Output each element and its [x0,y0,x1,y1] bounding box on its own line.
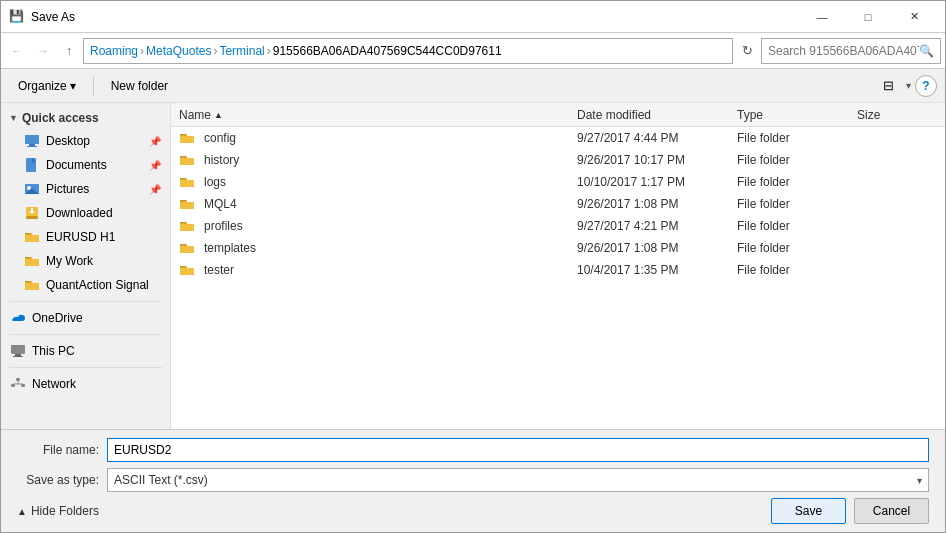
select-arrow: ▾ [917,475,922,486]
file-name-input[interactable] [107,438,929,462]
file-name-row: File name: [17,438,929,462]
table-row[interactable]: MQL4 9/26/2017 1:08 PM File folder [171,193,945,215]
sidebar-item-thispc[interactable]: This PC [1,339,170,363]
maximize-button[interactable]: □ [845,1,891,33]
refresh-button[interactable]: ↻ [735,38,759,64]
breadcrumb-roaming[interactable]: Roaming [90,44,138,58]
view-arrow: ▾ [906,80,911,91]
folder-icon [179,196,195,212]
breadcrumb-terminal[interactable]: Terminal [219,44,264,58]
new-folder-button[interactable]: New folder [102,73,177,99]
window-controls: — □ ✕ [799,1,937,33]
file-row-name: history [179,152,577,168]
column-size[interactable]: Size [857,108,937,122]
table-row[interactable]: logs 10/10/2017 1:17 PM File folder [171,171,945,193]
breadcrumb[interactable]: Roaming › MetaQuotes › Terminal › 915566… [83,38,733,64]
hide-folders-button[interactable]: ▲ Hide Folders [17,504,99,518]
view-button[interactable]: ⊟ [874,73,902,99]
sidebar-item-onedrive[interactable]: OneDrive [1,306,170,330]
save-as-dialog: 💾 Save As — □ ✕ ← → ↑ Roaming › MetaQuot… [0,0,946,533]
downloaded-icon [24,205,40,221]
minimize-button[interactable]: — [799,1,845,33]
table-row[interactable]: history 9/26/2017 10:17 PM File folder [171,149,945,171]
title-bar: 💾 Save As — □ ✕ [1,1,945,33]
quantaction-folder-icon [24,277,40,293]
table-row[interactable]: templates 9/26/2017 1:08 PM File folder [171,237,945,259]
toolbar: Organize ▾ New folder ⊟ ▾ ? [1,69,945,103]
file-row-date: 9/27/2017 4:44 PM [577,131,737,145]
svg-rect-2 [27,146,37,147]
quick-access-header[interactable]: ▼ Quick access [1,107,170,129]
toolbar-separator [93,76,94,96]
cancel-label: Cancel [873,504,910,518]
desktop-icon [24,133,40,149]
save-button[interactable]: Save [771,498,846,524]
sidebar-item-desktop[interactable]: Desktop 📌 [1,129,170,153]
eurusd-folder-icon [24,229,40,245]
breadcrumb-metaquotes[interactable]: MetaQuotes [146,44,211,58]
search-input[interactable] [768,44,919,58]
file-row-name: config [179,130,577,146]
back-button[interactable]: ← [5,38,29,64]
dialog-title: Save As [31,10,799,24]
sidebar-item-documents[interactable]: Documents 📌 [1,153,170,177]
cancel-button[interactable]: Cancel [854,498,929,524]
svg-rect-11 [31,208,33,213]
sidebar-onedrive-label: OneDrive [32,311,161,325]
network-icon [10,376,26,392]
folder-icon [179,240,195,256]
file-list-header: Name ▲ Date modified Type Size [171,103,945,127]
breadcrumb-current: 915566BA06ADA407569C544CC0D97611 [273,44,502,58]
table-row[interactable]: profiles 9/27/2017 4:21 PM File folder [171,215,945,237]
mywork-folder-icon [24,253,40,269]
column-name[interactable]: Name ▲ [179,108,577,122]
dialog-icon: 💾 [9,9,25,25]
svg-rect-0 [25,135,39,144]
file-row-type: File folder [737,197,857,211]
folder-icon [179,130,195,146]
column-type[interactable]: Type [737,108,857,122]
close-button[interactable]: ✕ [891,1,937,33]
sidebar-eurusd-label: EURUSD H1 [46,230,161,244]
search-box[interactable]: 🔍 [761,38,941,64]
file-row-name: logs [179,174,577,190]
hide-folders-label: Hide Folders [31,504,99,518]
toolbar-right: ⊟ ▾ ? [874,73,937,99]
help-button[interactable]: ? [915,75,937,97]
organize-button[interactable]: Organize ▾ [9,73,85,99]
sidebar-documents-label: Documents [46,158,145,172]
file-row-date: 9/27/2017 4:21 PM [577,219,737,233]
address-bar: ← → ↑ Roaming › MetaQuotes › Terminal › … [1,33,945,69]
sidebar-item-mywork[interactable]: My Work [1,249,170,273]
sidebar-quantaction-label: QuantAction Signal [46,278,161,292]
file-row-name: tester [179,262,577,278]
forward-button[interactable]: → [31,38,55,64]
up-button[interactable]: ↑ [57,38,81,64]
save-as-type-select[interactable]: ASCII Text (*.csv) ▾ [107,468,929,492]
organize-arrow: ▾ [70,79,76,93]
save-label: Save [795,504,822,518]
sidebar-pictures-label: Pictures [46,182,145,196]
table-row[interactable]: config 9/27/2017 4:44 PM File folder [171,127,945,149]
pictures-pin-icon: 📌 [149,184,161,195]
sidebar-desktop-label: Desktop [46,134,145,148]
table-row[interactable]: tester 10/4/2017 1:35 PM File folder [171,259,945,281]
file-row-type: File folder [737,263,857,277]
sidebar-downloaded-label: Downloaded [46,206,161,220]
sidebar-item-pictures[interactable]: Pictures 📌 [1,177,170,201]
folder-icon [179,218,195,234]
quick-access-label: Quick access [22,111,99,125]
svg-rect-13 [15,354,21,356]
svg-rect-12 [11,345,25,354]
save-as-type-row: Save as type: ASCII Text (*.csv) ▾ [17,468,929,492]
sidebar-item-network[interactable]: Network [1,372,170,396]
sidebar-item-quantaction[interactable]: QuantAction Signal [1,273,170,297]
file-row-type: File folder [737,175,857,189]
file-row-date: 9/26/2017 10:17 PM [577,153,737,167]
column-date[interactable]: Date modified [577,108,737,122]
file-list: Name ▲ Date modified Type Size config 9/… [171,103,945,429]
sidebar-item-eurusd[interactable]: EURUSD H1 [1,225,170,249]
pictures-icon [24,181,40,197]
sidebar-divider-3 [9,367,162,368]
sidebar-item-downloaded[interactable]: Downloaded [1,201,170,225]
